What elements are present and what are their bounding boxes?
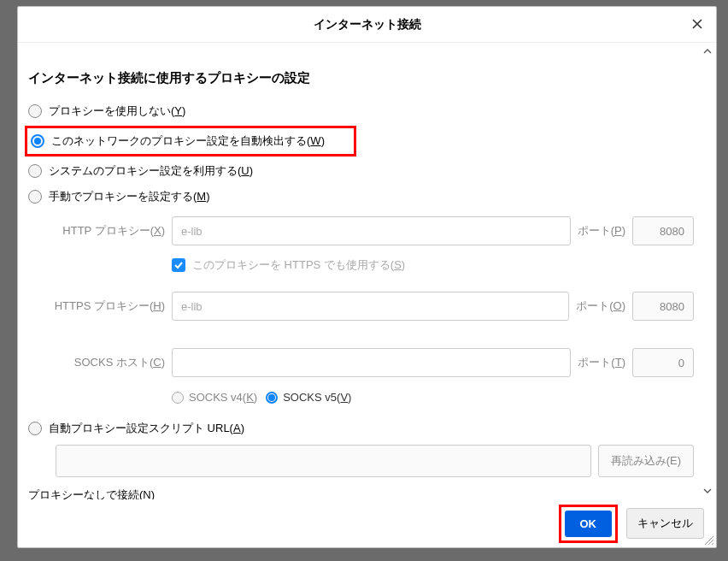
chevron-up-icon xyxy=(703,49,712,54)
http-port-label: ポート(P) xyxy=(571,223,632,239)
http-proxy-input[interactable] xyxy=(172,216,571,245)
socks-v5-label: SOCKS v5(V) xyxy=(283,391,351,404)
socks-v5-option[interactable]: SOCKS v5(V) xyxy=(266,391,351,404)
close-icon xyxy=(691,18,703,30)
radio-pac-url[interactable]: 自動プロキシー設定スクリプト URL(A) xyxy=(28,416,694,441)
socks-v4-label: SOCKS v4(K) xyxy=(189,391,257,404)
https-proxy-input[interactable] xyxy=(172,292,569,321)
radio-manual-proxy[interactable]: 手動でプロキシーを設定する(M) xyxy=(28,184,694,210)
resize-grip[interactable] xyxy=(702,534,714,546)
content-wrapper: インターネット接続に使用するプロキシーの設定 プロキシーを使用しない(Y) この… xyxy=(18,43,716,499)
titlebar: インターネット接続 xyxy=(18,7,716,43)
radio-icon[interactable] xyxy=(28,104,42,118)
resize-grip-icon xyxy=(702,534,714,546)
no-proxy-label: プロキシーなしで接続(N) xyxy=(28,487,694,499)
radio-icon[interactable] xyxy=(31,134,44,148)
radio-system-proxy[interactable]: システムのプロキシー設定を利用する(U) xyxy=(28,158,694,184)
socks-port-input[interactable] xyxy=(632,348,694,377)
dialog-title: インターネット接続 xyxy=(314,17,421,32)
http-port-input[interactable] xyxy=(632,216,694,245)
https-port-label: ポート(O) xyxy=(569,298,632,314)
use-for-https-row[interactable]: このプロキシーを HTTPS でも使用する(S) xyxy=(172,252,694,285)
radio-auto-detect[interactable]: このネットワークのプロキシー設定を自動検出する(W) xyxy=(31,132,354,151)
content-scroll-area[interactable]: インターネット接続に使用するプロキシーの設定 プロキシーを使用しない(Y) この… xyxy=(18,43,701,499)
highlight-auto-detect: このネットワークのプロキシー設定を自動検出する(W) xyxy=(25,126,356,156)
socks-version-row: SOCKS v4(K) SOCKS v5(V) xyxy=(172,384,694,410)
radio-icon[interactable] xyxy=(266,392,278,404)
reload-button[interactable]: 再読み込み(E) xyxy=(598,445,694,477)
cancel-button[interactable]: キャンセル xyxy=(626,508,704,539)
vertical-scrollbar[interactable] xyxy=(702,46,714,496)
chevron-down-icon xyxy=(703,488,712,493)
socks-port-label: ポート(T) xyxy=(571,355,632,370)
pac-url-row: 再読み込み(E) xyxy=(56,445,694,477)
dialog-footer: OK キャンセル xyxy=(18,499,716,547)
radio-label: このネットワークのプロキシー設定を自動検出する(W) xyxy=(51,133,325,149)
http-proxy-row: HTTP プロキシー(X) ポート(P) xyxy=(28,216,694,245)
section-heading: インターネット接続に使用するプロキシーの設定 xyxy=(28,70,694,86)
radio-icon[interactable] xyxy=(28,190,42,204)
radio-label: 手動でプロキシーを設定する(M) xyxy=(49,189,210,204)
radio-label: 自動プロキシー設定スクリプト URL(A) xyxy=(49,421,244,436)
radio-no-proxy[interactable]: プロキシーを使用しない(Y) xyxy=(28,98,694,124)
scroll-down-button[interactable] xyxy=(702,486,713,496)
close-button[interactable] xyxy=(689,15,706,32)
http-proxy-label: HTTP プロキシー(X) xyxy=(28,223,172,239)
radio-label: システムのプロキシー設定を利用する(U) xyxy=(49,163,253,179)
socks-host-input[interactable] xyxy=(172,348,571,377)
ok-button[interactable]: OK xyxy=(565,511,613,537)
checkbox-label: このプロキシーを HTTPS でも使用する(S) xyxy=(192,257,405,273)
socks-host-label: SOCKS ホスト(C) xyxy=(28,355,172,370)
socks-host-row: SOCKS ホスト(C) ポート(T) xyxy=(28,348,694,377)
pac-url-input[interactable] xyxy=(56,445,591,477)
highlight-ok: OK xyxy=(559,505,619,543)
https-proxy-label: HTTPS プロキシー(H) xyxy=(28,298,172,314)
checkbox-checked-icon[interactable] xyxy=(172,258,185,272)
radio-icon[interactable] xyxy=(28,164,42,178)
socks-v4-option[interactable]: SOCKS v4(K) xyxy=(172,391,257,404)
https-port-input[interactable] xyxy=(632,292,694,321)
scroll-up-button[interactable] xyxy=(702,46,713,56)
radio-label: プロキシーを使用しない(Y) xyxy=(49,103,185,119)
https-proxy-row: HTTPS プロキシー(H) ポート(O) xyxy=(28,292,694,321)
radio-icon[interactable] xyxy=(28,422,42,435)
connection-settings-dialog: インターネット接続 インターネット接続に使用するプロキシーの設定 プロキシーを使… xyxy=(17,6,717,548)
radio-icon[interactable] xyxy=(172,392,184,404)
